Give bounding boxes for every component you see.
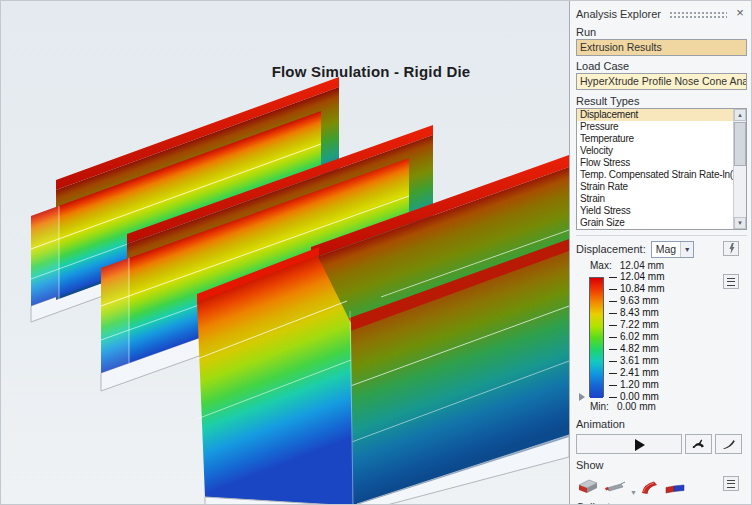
analysis-explorer-panel: Analysis Explorer × Run Extrusion Result…: [569, 1, 752, 505]
legend-menu-button[interactable]: [723, 274, 739, 289]
run-label: Run: [576, 25, 747, 39]
scene-title: Flow Simulation - Rigid Die: [211, 63, 531, 80]
component-value: Mag: [652, 243, 680, 255]
result-type-item[interactable]: Grain Size: [577, 217, 733, 229]
result-type-item[interactable]: Yield Stress: [577, 205, 733, 217]
animation-speed-button[interactable]: [685, 434, 712, 454]
divider: [576, 235, 747, 236]
legend-tick: 1.20 mm: [609, 380, 659, 390]
legend-segment: [590, 278, 603, 290]
legend-tick: 7.22 mm: [609, 320, 659, 330]
component-row: Displacement: Mag ▼: [576, 239, 747, 259]
bearing-icon: [639, 479, 661, 495]
legend-segment: [590, 326, 603, 338]
show-die-button[interactable]: [576, 478, 600, 497]
close-icon[interactable]: ×: [733, 7, 747, 21]
run-field[interactable]: Extrusion Results: [576, 39, 747, 56]
legend: 12.04 mm10.84 mm9.63 mm8.43 mm7.22 mm6.0…: [576, 274, 747, 400]
legend-segment: [590, 386, 603, 398]
scroll-thumb[interactable]: [734, 122, 746, 166]
viewport-3d[interactable]: Flow Simulation - Rigid Die: [1, 1, 569, 505]
animation-controls: [576, 433, 747, 454]
legend-min-marker-icon[interactable]: [579, 393, 585, 401]
drag-handle[interactable]: [669, 10, 727, 18]
legend-tick: 2.41 mm: [609, 368, 659, 378]
result-type-item[interactable]: Velocity: [577, 145, 733, 157]
legend-min: Min:0.00 mm: [576, 400, 747, 413]
result-types-listbox: DisplacementPressureTemperatureVelocityF…: [576, 108, 747, 230]
result-type-item[interactable]: Displacement: [577, 109, 733, 121]
legend-tick: 8.43 mm: [609, 308, 659, 318]
scroll-down-icon[interactable]: ▼: [734, 217, 746, 229]
result-type-item[interactable]: Strain: [577, 193, 733, 205]
panel-titlebar: Analysis Explorer ×: [576, 5, 747, 23]
show-toolbar: ▼: [576, 473, 747, 497]
legend-colorbar: [589, 277, 604, 397]
load-case-label: Load Case: [576, 59, 747, 73]
list-icon: [727, 480, 735, 488]
legend-tick: 12.04 mm: [609, 272, 664, 282]
legend-segment: [590, 350, 603, 362]
component-label: Displacement:: [576, 243, 646, 255]
legend-segment: [590, 314, 603, 326]
die-icon: [576, 478, 600, 495]
show-bearing-button[interactable]: [639, 479, 661, 497]
legend-quick-edit-button[interactable]: [723, 241, 739, 256]
load-case-field[interactable]: HyperXtrude Profile Nose Cone Analysis: [576, 73, 747, 90]
legend-tick: 3.61 mm: [609, 356, 659, 366]
application-window: Flow Simulation - Rigid Die Analysis Exp…: [0, 0, 752, 505]
result-type-item[interactable]: Strain Rate: [577, 181, 733, 193]
animation-label: Animation: [576, 417, 747, 431]
legend-segment: [590, 374, 603, 386]
chevron-down-icon[interactable]: ▼: [680, 242, 693, 257]
legend-tick: 10.84 mm: [609, 284, 664, 294]
animation-ramp-button[interactable]: [715, 434, 742, 454]
panel-title: Analysis Explorer: [576, 8, 661, 20]
show-billet-caret-icon[interactable]: ▼: [630, 489, 637, 496]
result-types-scrollbar[interactable]: ▲ ▼: [733, 109, 746, 229]
show-label: Show: [576, 458, 747, 472]
show-billet-button[interactable]: [604, 480, 626, 497]
legend-tick: 6.02 mm: [609, 332, 659, 342]
legend-segment: [590, 290, 603, 302]
legend-segment: [590, 362, 603, 374]
legend-tick: 0.00 mm: [609, 392, 659, 402]
scroll-up-icon[interactable]: ▲: [734, 109, 746, 121]
menu-icon: [727, 278, 735, 286]
result-type-item[interactable]: Flow Stress: [577, 157, 733, 169]
result-type-item[interactable]: Pressure: [577, 121, 733, 133]
bolt-icon: [728, 243, 735, 254]
callouts-label: Callouts: [576, 500, 747, 505]
max-value: 12.04 mm: [620, 260, 664, 271]
show-profile-button[interactable]: [665, 482, 687, 497]
show-options-button[interactable]: [723, 476, 739, 491]
max-label: Max:: [590, 260, 612, 271]
play-icon: [635, 439, 645, 451]
rabbit-icon: [692, 438, 706, 449]
legend-tick: 9.63 mm: [609, 296, 659, 306]
curve-icon: [722, 438, 736, 449]
min-value: 0.00 mm: [617, 401, 656, 412]
result-type-item[interactable]: Temp. Compensated Strain Rate-ln(Z): [577, 169, 733, 181]
result-types-label: Result Types: [576, 94, 747, 108]
legend-tick: 4.82 mm: [609, 344, 659, 354]
profile-icon: [665, 482, 687, 495]
play-button[interactable]: [576, 434, 682, 454]
result-type-item[interactable]: Temperature: [577, 133, 733, 145]
result-types-list: DisplacementPressureTemperatureVelocityF…: [577, 109, 733, 229]
min-label: Min:: [590, 401, 609, 412]
billet-icon: [604, 480, 626, 495]
legend-segment: [590, 302, 603, 314]
component-select[interactable]: Mag ▼: [651, 241, 694, 258]
legend-segment: [590, 338, 603, 350]
